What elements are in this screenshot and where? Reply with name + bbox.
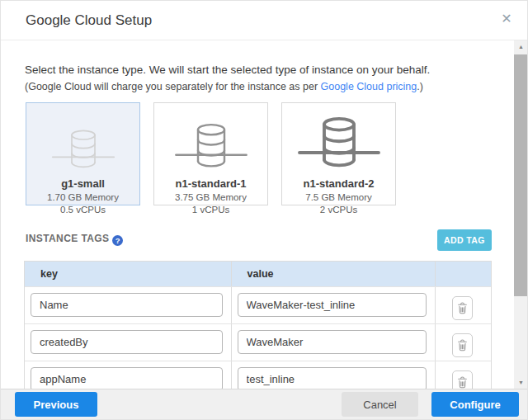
intro-line-2-prefix: (Google Cloud will charge you separately… xyxy=(25,81,321,92)
instance-tags-label-text: INSTANCE TAGS xyxy=(26,233,109,244)
database-icon xyxy=(26,113,139,172)
table-header-row: key value xyxy=(25,262,491,286)
instance-name: g1-small xyxy=(61,177,105,190)
database-icon xyxy=(282,113,395,172)
scrollbar-thumb[interactable] xyxy=(514,54,528,296)
instance-name: n1-standard-1 xyxy=(176,177,247,190)
google-cloud-pricing-link[interactable]: Google Cloud pricing xyxy=(321,81,417,92)
instance-name: n1-standard-2 xyxy=(304,177,375,190)
google-cloud-setup-dialog: Google Cloud Setup ✕ Select the instance… xyxy=(0,0,528,420)
trash-icon xyxy=(457,339,468,352)
instance-card-g1-small[interactable]: g1-small 1.70 GB Memory 0.5 vCPUs xyxy=(26,102,140,205)
delete-tag-button[interactable] xyxy=(452,333,473,357)
configure-button[interactable]: Configure xyxy=(431,392,519,417)
instance-tags-label: INSTANCE TAGS? xyxy=(26,233,123,246)
tag-key-input[interactable] xyxy=(31,330,223,354)
dialog-header: Google Cloud Setup ✕ xyxy=(1,1,527,40)
tag-key-input[interactable] xyxy=(31,293,223,317)
previous-button[interactable]: Previous xyxy=(15,392,97,417)
tag-value-input[interactable] xyxy=(238,330,427,354)
column-header-actions xyxy=(436,262,491,286)
scrollbar-down-icon[interactable]: ▼ xyxy=(514,376,528,389)
database-icon xyxy=(154,113,267,172)
instance-card-n1-standard-2[interactable]: n1-standard-2 7.5 GB Memory 2 vCPUs xyxy=(281,102,396,205)
trash-icon xyxy=(457,302,468,314)
cancel-button[interactable]: Cancel xyxy=(342,392,418,417)
dialog-footer: Previous Cancel Configure xyxy=(1,389,527,420)
column-header-value: value xyxy=(232,262,436,286)
scrollbar-up-icon[interactable]: ▲ xyxy=(514,40,528,53)
instance-memory: 3.75 GB Memory xyxy=(175,192,247,202)
tag-value-input[interactable] xyxy=(238,293,427,317)
instance-memory: 1.70 GB Memory xyxy=(47,192,119,202)
close-icon[interactable]: ✕ xyxy=(497,10,516,28)
intro-line-1: Select the instance type. We will start … xyxy=(25,64,430,76)
instance-vcpus: 1 vCPUs xyxy=(192,205,229,215)
column-header-key: key xyxy=(25,262,232,286)
tag-value-input[interactable] xyxy=(238,367,427,391)
table-row xyxy=(25,286,491,323)
instance-memory: 7.5 GB Memory xyxy=(305,192,372,202)
tag-key-input[interactable] xyxy=(31,367,223,391)
instance-type-list: g1-small 1.70 GB Memory 0.5 vCPUs n1-sta… xyxy=(26,102,396,205)
trash-icon xyxy=(457,376,468,389)
dialog-title: Google Cloud Setup xyxy=(26,12,152,29)
delete-tag-button[interactable] xyxy=(452,296,473,320)
instance-vcpus: 2 vCPUs xyxy=(320,205,357,215)
help-icon[interactable]: ? xyxy=(112,235,123,246)
scrollbar: ▲ ▼ xyxy=(514,40,528,389)
instance-tags-table: key value xyxy=(24,261,492,398)
instance-card-n1-standard-1[interactable]: n1-standard-1 3.75 GB Memory 1 vCPUs xyxy=(153,102,268,205)
intro-line-2-suffix: .) xyxy=(417,81,423,92)
instance-vcpus: 0.5 vCPUs xyxy=(60,205,106,215)
intro-line-2: (Google Cloud will charge you separately… xyxy=(25,81,423,92)
table-row xyxy=(25,323,491,361)
add-tag-button[interactable]: ADD TAG xyxy=(437,229,492,251)
